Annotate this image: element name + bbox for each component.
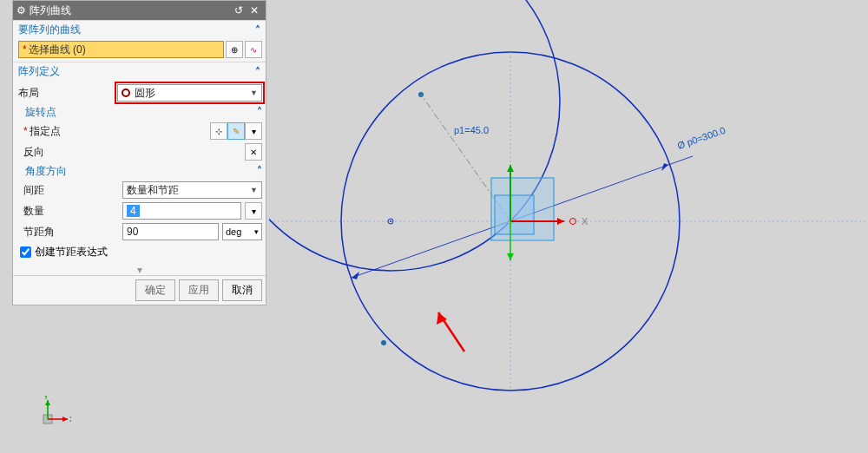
curve-rule-button[interactable]: ∿ (245, 41, 262, 58)
close-icon[interactable]: ✕ (247, 4, 262, 16)
create-expression-label: 创建节距表达式 (35, 245, 108, 259)
section-title: 要阵列的曲线 (18, 23, 81, 37)
ok-button[interactable]: 确定 (135, 279, 175, 301)
pitch-unit-combo[interactable]: deg ▾ (222, 223, 262, 240)
count-label: 数量 (23, 204, 119, 219)
layout-label: 布局 (18, 86, 114, 101)
spacing-label: 间距 (23, 183, 119, 198)
section-definition-body: 布局 圆形 ▼ 旋转点 ˄ *指定点 ⊹ ✎ ▾ 反向 ✕ (13, 81, 266, 265)
svg-text:X: X (69, 415, 71, 423)
chevron-up-icon: ˄ (255, 66, 260, 78)
count-input[interactable]: 4 (122, 202, 241, 220)
chevron-up-icon: ˄ (255, 24, 260, 36)
dialog-button-bar: 确定 应用 取消 (13, 275, 266, 305)
reverse-direction-button[interactable]: ✕ (245, 143, 262, 161)
point-dropdown-button[interactable]: ▾ (245, 122, 262, 140)
apply-button[interactable]: 应用 (179, 279, 219, 301)
section-curves-body: * 选择曲线 (0) ⊕ ∿ (13, 39, 266, 62)
svg-point-6 (390, 220, 391, 222)
diameter-dimension: Ø p0=300.0 (676, 125, 727, 151)
undo-icon[interactable]: ↺ (231, 4, 247, 16)
view-triad: X Y (28, 396, 71, 439)
specify-point-label: *指定点 (23, 124, 119, 139)
svg-marker-27 (62, 417, 68, 422)
svg-rect-14 (495, 195, 534, 234)
svg-marker-16 (557, 218, 564, 225)
circle-icon (122, 89, 130, 97)
svg-marker-30 (45, 400, 50, 405)
select-curve-label: 选择曲线 (0) (29, 43, 86, 57)
angle-dimension: p1=45.0 (454, 125, 489, 135)
pattern-curve-dialog: ⚙ 阵列曲线 ↺ ✕ 要阵列的曲线 ˄ * 选择曲线 (0) ⊕ ∿ 阵列定义 … (12, 0, 266, 305)
section-curves-header[interactable]: 要阵列的曲线 ˄ (13, 20, 266, 39)
spacing-combo[interactable]: 数量和节距 ▼ (122, 181, 262, 199)
svg-point-8 (381, 340, 386, 345)
layout-value: 圆形 (135, 86, 155, 101)
svg-text:X: X (582, 216, 589, 226)
section-definition-header[interactable]: 阵列定义 ˄ (13, 62, 266, 81)
chevron-up-icon: ˄ (257, 106, 262, 118)
svg-rect-25 (43, 415, 52, 423)
pitch-input[interactable]: 90 (122, 223, 219, 240)
cancel-button[interactable]: 取消 (222, 279, 262, 301)
pitch-label: 节距角 (23, 225, 119, 240)
point-constructor-button[interactable]: ⊹ (210, 122, 227, 140)
rotation-subheader[interactable]: 旋转点 ˄ (23, 103, 262, 121)
count-dropdown[interactable]: ▾ (245, 202, 262, 220)
gear-icon: ⚙ (16, 4, 26, 16)
section-title: 阵列定义 (18, 64, 60, 79)
svg-marker-22 (507, 253, 514, 260)
inferred-point-button[interactable]: ✎ (227, 122, 245, 140)
reverse-label: 反向 (23, 145, 119, 160)
svg-text:Y: Y (43, 396, 49, 401)
angle-subheader[interactable]: 角度方向 ˄ (23, 162, 262, 180)
collapse-handle[interactable]: ▾ (13, 265, 266, 275)
add-selection-button[interactable]: ⊕ (226, 41, 243, 58)
chevron-up-icon: ˄ (257, 165, 262, 177)
dialog-titlebar: ⚙ 阵列曲线 ↺ ✕ (13, 1, 266, 20)
dialog-title: 阵列曲线 (30, 3, 71, 18)
create-expression-checkbox[interactable] (20, 246, 31, 258)
graphics-view[interactable]: p1=45.0 Ø p0=300.0 X (269, 0, 868, 453)
svg-marker-20 (507, 165, 514, 172)
layout-combo[interactable]: 圆形 ▼ (117, 84, 262, 102)
select-curve-field[interactable]: * 选择曲线 (0) (18, 41, 224, 58)
